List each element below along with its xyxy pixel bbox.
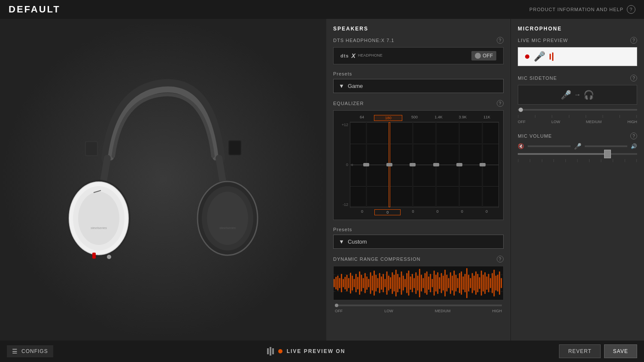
sidetone-slider-thumb[interactable] <box>519 108 523 112</box>
sidetone-slider-track[interactable] <box>518 109 637 111</box>
speakers-panel: SPEAKERS DTS HEADPHONE:X 7.1 ? dts X HEA… <box>326 19 511 341</box>
drc-label-low: LOW <box>384 309 393 313</box>
svg-text:steelseries: steelseries <box>91 226 107 230</box>
configs-icon: ☰ <box>12 348 18 355</box>
revert-button[interactable]: REVERT <box>559 344 600 358</box>
svg-rect-85 <box>452 275 453 290</box>
microphone-title: MICROPHONE <box>518 26 637 32</box>
eq-band-1-handle[interactable] <box>363 163 369 166</box>
mic-vol-label: MIC VOLUME <box>518 133 552 139</box>
sidetone-low: LOW <box>551 120 560 124</box>
drc-slider-area: OFF LOW MEDIUM HIGH <box>333 305 504 313</box>
svg-rect-29 <box>350 273 351 294</box>
dts-section: DTS HEADPHONE:X 7.1 ? dts X HEADPHONE OF… <box>333 37 504 64</box>
svg-rect-96 <box>472 273 473 293</box>
eq-bands-flex <box>350 122 498 207</box>
sidetone-off: OFF <box>518 120 526 124</box>
sidetone-help-icon[interactable]: ? <box>630 75 637 81</box>
eq-band-5-handle[interactable] <box>456 163 462 166</box>
svg-rect-88 <box>457 278 459 288</box>
svg-rect-54 <box>395 270 397 296</box>
drc-slider-thumb[interactable] <box>335 304 338 307</box>
eq-band-1[interactable] <box>355 122 378 207</box>
eq-val-2: 0 <box>374 209 401 215</box>
mic-vol-help-icon[interactable]: ? <box>630 133 637 139</box>
svg-rect-102 <box>483 275 484 292</box>
svg-rect-89 <box>459 273 460 293</box>
save-button[interactable]: SAVE <box>604 344 637 358</box>
app-title: DEFAULT <box>9 4 61 15</box>
svg-rect-62 <box>410 276 411 290</box>
svg-rect-38 <box>366 276 368 290</box>
header: DEFAULT PRODUCT INFORMATION AND HELP ? <box>0 0 644 19</box>
sidetone-level-labels: OFF LOW MEDIUM HIGH <box>518 120 637 124</box>
eq-band-3-track <box>412 122 413 207</box>
vol-tick-4: | <box>553 158 554 162</box>
svg-rect-48 <box>385 279 386 287</box>
dropdown-arrow-icon: ▼ <box>339 83 344 89</box>
svg-rect-92 <box>465 274 466 293</box>
eq-band-6[interactable] <box>471 122 494 207</box>
eq-help-icon[interactable]: ? <box>497 100 504 107</box>
svg-rect-20 <box>334 279 335 287</box>
mic-preview-box[interactable]: 🎤 <box>518 47 637 66</box>
mic-vol-label-row: MIC VOLUME ? <box>518 133 637 139</box>
headphone-svg: steelseries steelseries <box>56 64 270 296</box>
mic-vol-slider-thumb[interactable] <box>604 150 611 158</box>
svg-rect-78 <box>439 277 440 289</box>
eq-presets-dropdown[interactable]: ▼ Custom <box>333 235 504 249</box>
mic-vol-mute-icon: 🔇 <box>518 143 524 149</box>
svg-rect-42 <box>374 271 375 296</box>
mic-vol-max-icon: 🔊 <box>631 143 637 149</box>
eq-band-3[interactable] <box>401 122 424 207</box>
eq-band-2[interactable] <box>378 122 401 207</box>
equalizer-section: EQUALIZER ? 64 180 500 1.4K 3.9K 11K +12 <box>333 100 504 220</box>
svg-rect-69 <box>422 278 424 288</box>
drc-section: DYNAMIC RANGE COMPRESSION ? <box>333 256 504 313</box>
svg-rect-63 <box>412 274 413 293</box>
svg-rect-61 <box>408 271 410 296</box>
eq-band-5[interactable] <box>448 122 471 207</box>
eq-band-2-handle[interactable] <box>386 163 392 166</box>
product-info-button[interactable]: PRODUCT INFORMATION AND HELP ? <box>529 5 635 14</box>
mic-vol-slider-bottom[interactable] <box>585 145 628 147</box>
mic-vol-main-slider[interactable] <box>518 153 637 155</box>
sidetone-medium: MEDIUM <box>586 120 602 124</box>
svg-rect-57 <box>401 272 402 295</box>
svg-rect-99 <box>477 274 478 293</box>
dts-toggle-state[interactable]: OFF <box>471 51 496 60</box>
drc-help-icon[interactable]: ? <box>497 256 504 262</box>
eq-band-3-handle[interactable] <box>410 163 416 166</box>
svg-rect-66 <box>417 275 419 290</box>
svg-rect-101 <box>481 271 482 296</box>
svg-rect-33 <box>357 277 358 289</box>
svg-rect-82 <box>446 275 447 292</box>
freq-label-500: 500 <box>402 115 426 121</box>
eq-y-neg12: -12 <box>338 202 348 207</box>
mic-vol-slider-top[interactable] <box>528 145 571 147</box>
svg-rect-59 <box>404 279 406 287</box>
dts-toggle-button[interactable]: dts X HEADPHONE OFF <box>333 47 504 64</box>
svg-rect-65 <box>415 272 416 294</box>
sidetone-tick-4: | <box>568 114 569 118</box>
eq-band-6-handle[interactable] <box>480 163 486 166</box>
eq-bands-area: 0 <box>350 122 499 208</box>
eq-band-4[interactable] <box>425 122 448 207</box>
configs-button[interactable]: ☰ CONFIGS <box>7 345 53 357</box>
svg-rect-93 <box>466 268 468 298</box>
presets-dropdown[interactable]: ▼ Game <box>333 79 504 93</box>
svg-rect-107 <box>492 273 493 293</box>
svg-rect-23 <box>339 278 340 288</box>
freq-label-1k4: 1.4K <box>427 115 451 121</box>
drc-slider-track[interactable] <box>335 305 502 306</box>
live-mic-help-icon[interactable]: ? <box>630 37 637 44</box>
vol-tick-1: | <box>518 158 519 162</box>
eq-dropdown-arrow-icon: ▼ <box>339 238 344 245</box>
sidetone-tick-3: | <box>552 114 553 118</box>
dts-help-icon[interactable]: ? <box>497 37 504 44</box>
sidetone-tick-7: | <box>619 114 620 118</box>
eq-band-4-handle[interactable] <box>433 163 439 166</box>
svg-rect-110 <box>497 275 498 292</box>
svg-rect-76 <box>435 275 437 292</box>
svg-rect-68 <box>421 275 422 292</box>
